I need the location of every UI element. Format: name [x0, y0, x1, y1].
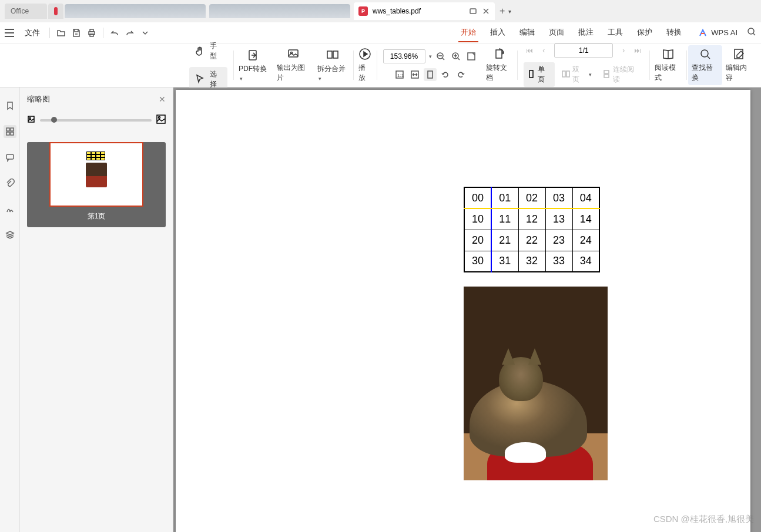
menu-file[interactable]: 文件: [20, 25, 45, 41]
reading-mode-button[interactable]: 阅读模式: [651, 45, 685, 85]
play-icon: [358, 48, 371, 60]
thumb-size-large-icon[interactable]: [156, 115, 166, 126]
watermark-text: CSDN @桂花很香,旭很美: [653, 514, 754, 525]
fit-width-icon[interactable]: [408, 68, 421, 81]
hand-tool-button[interactable]: 手型: [189, 39, 227, 63]
wps-ai-label: WPS AI: [711, 28, 737, 37]
last-page-icon[interactable]: ⏭: [632, 46, 643, 55]
zoom-in-icon[interactable]: [450, 50, 462, 63]
cell-3-2: 32: [518, 251, 545, 272]
fit-actual-icon[interactable]: 1:1: [393, 68, 406, 81]
split-merge-button[interactable]: 拆分合并▾: [314, 46, 352, 85]
single-page-button[interactable]: 单页: [524, 62, 555, 87]
double-page-button[interactable]: 双页 ▾: [558, 62, 595, 87]
signature-icon[interactable]: [4, 203, 16, 216]
undo-icon[interactable]: [108, 26, 121, 39]
fit-page-icon[interactable]: [424, 68, 437, 81]
redo-icon[interactable]: [123, 26, 136, 39]
close-panel-icon[interactable]: ✕: [159, 95, 166, 104]
tab-blur-2[interactable]: [209, 4, 350, 18]
export-image-icon: [287, 48, 300, 60]
print-icon[interactable]: [85, 26, 98, 39]
svg-point-34: [159, 117, 160, 119]
continuous-label: 连续阅读: [613, 65, 640, 85]
export-image-button[interactable]: 输出为图片: [273, 45, 314, 85]
open-folder-icon[interactable]: [55, 26, 68, 39]
tab-convert[interactable]: 转换: [664, 23, 684, 42]
bookmark-icon[interactable]: [4, 99, 16, 112]
document-viewport[interactable]: 00 01 02 03 04 10 11 12 13 14 20 21 22: [173, 87, 761, 532]
rotate-doc-icon: [492, 48, 505, 60]
hamburger-icon[interactable]: [5, 29, 14, 37]
prev-page-icon[interactable]: ‹: [540, 46, 547, 55]
thumbnail-icon[interactable]: [4, 125, 16, 138]
tab-blur-1[interactable]: [65, 4, 206, 18]
cell-3-0: 30: [464, 251, 491, 272]
cell-3-3: 33: [545, 251, 572, 272]
svg-rect-6: [289, 50, 298, 57]
attachment-icon[interactable]: [4, 177, 16, 190]
thumbnail-mini-table: [86, 151, 106, 160]
single-page-label: 单页: [538, 65, 551, 85]
zoom-region-icon[interactable]: [465, 50, 478, 63]
cell-2-4: 24: [572, 230, 599, 251]
play-label: 播放: [358, 63, 372, 83]
search-icon[interactable]: [747, 27, 756, 38]
rotate-left-icon[interactable]: [439, 68, 452, 81]
svg-rect-0: [470, 9, 476, 14]
new-tab-button[interactable]: +: [499, 6, 505, 16]
svg-rect-22: [604, 70, 609, 73]
svg-point-4: [748, 28, 754, 34]
svg-point-32: [29, 117, 31, 119]
svg-rect-21: [566, 71, 569, 77]
body-area: 缩略图 ✕ 第1页: [0, 87, 761, 532]
next-page-icon[interactable]: ›: [620, 46, 627, 55]
tab-window-icon[interactable]: [469, 7, 477, 15]
tab-protect[interactable]: 保护: [635, 23, 655, 42]
thumbnail-page-1[interactable]: [49, 142, 143, 207]
tab-page[interactable]: 页面: [547, 23, 566, 42]
wps-ai-button[interactable]: WPS AI: [698, 28, 737, 38]
save-icon[interactable]: [70, 26, 83, 39]
pdf-convert-button[interactable]: PDF转换▾: [235, 46, 273, 85]
cell-1-0: 10: [464, 208, 491, 230]
new-tab-dropdown-icon[interactable]: ▾: [508, 8, 511, 15]
layers-icon[interactable]: [4, 228, 16, 241]
title-bar: Office P wws_tables.pdf + ▾: [0, 0, 761, 22]
tab-start[interactable]: 开始: [458, 23, 478, 42]
tab-edit[interactable]: 编辑: [517, 23, 537, 42]
hand-icon: [194, 45, 206, 58]
thumbnail-card[interactable]: 第1页: [27, 142, 166, 227]
document-tab[interactable]: P wws_tables.pdf: [354, 2, 495, 20]
edit-content-button[interactable]: 编辑内容: [722, 45, 756, 85]
first-page-icon[interactable]: ⏮: [524, 46, 535, 55]
rotate-doc-button[interactable]: 旋转文档: [482, 45, 517, 85]
tab-tools[interactable]: 工具: [605, 23, 625, 42]
svg-rect-9: [333, 51, 338, 58]
comment-icon[interactable]: [4, 151, 16, 164]
thumb-size-small-icon[interactable]: [27, 115, 35, 125]
play-button[interactable]: 播放: [355, 45, 376, 85]
cell-0-3: 03: [545, 187, 572, 208]
zoom-input[interactable]: [383, 49, 425, 63]
svg-rect-30: [6, 154, 14, 159]
tab-review[interactable]: 批注: [576, 23, 596, 42]
more-dropdown-icon[interactable]: [139, 26, 152, 39]
zoom-dropdown-icon[interactable]: ▾: [429, 53, 432, 59]
cell-2-1: 21: [491, 230, 518, 251]
cell-2-2: 22: [518, 230, 545, 251]
svg-rect-2: [90, 29, 93, 32]
tab-insert[interactable]: 插入: [488, 23, 508, 42]
thumbnail-size-slider[interactable]: [40, 119, 152, 122]
edit-icon: [733, 48, 746, 60]
zoom-out-icon[interactable]: [434, 50, 447, 63]
find-replace-button[interactable]: 查找替换: [688, 45, 722, 85]
tab-app-icon[interactable]: [48, 4, 63, 19]
continuous-read-button[interactable]: 连续阅读: [599, 62, 643, 87]
content-image-cat: [464, 287, 608, 480]
rotate-right-icon[interactable]: [454, 68, 467, 81]
tab-partial[interactable]: Office: [5, 4, 47, 19]
page-number-input[interactable]: [554, 43, 613, 58]
tab-close-icon[interactable]: [482, 7, 490, 15]
cell-2-3: 23: [545, 230, 572, 251]
